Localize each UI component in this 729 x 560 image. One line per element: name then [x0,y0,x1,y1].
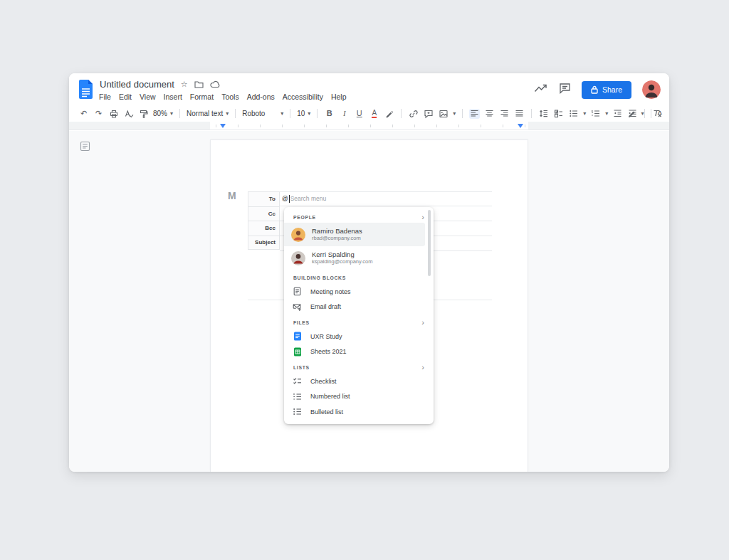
menu-item-sheets-2021[interactable]: Sheets 2021 [284,344,434,360]
caret-down-icon: ▾ [170,111,173,117]
undo-icon[interactable]: ↶ [78,109,89,119]
caret-down-icon[interactable]: ▾ [605,111,608,117]
paint-format-icon[interactable] [138,109,149,119]
align-left-button[interactable] [469,109,480,119]
field-label-bcc[interactable]: Bcc [248,221,280,236]
field-label-to[interactable]: To [248,191,280,206]
caret-down-icon: ▾ [226,111,229,117]
field-rule [280,191,492,192]
docs-file-icon [293,332,302,341]
ruler-page-area [210,122,528,130]
menu-view[interactable]: View [140,93,156,101]
comment-history-icon[interactable] [559,83,571,97]
field-label-cc[interactable]: Cc [248,206,280,221]
cloud-saved-icon [210,80,220,88]
sheets-file-icon [293,347,302,356]
chevron-right-icon[interactable]: › [421,213,424,221]
bulleted-list-icon [293,407,302,416]
section-building-blocks: BUILDING BLOCKS [284,270,434,284]
menu-addons[interactable]: Add-ons [247,93,275,101]
left-indent-marker[interactable] [220,124,226,128]
text-cursor [289,195,290,203]
font-size-select[interactable]: 10▾ [297,110,310,117]
star-icon[interactable]: ☆ [181,80,188,88]
to-field-input[interactable]: @ Search menu [282,194,326,204]
field-rule [280,206,492,206]
menu-item-meeting-notes[interactable]: Meeting notes [284,284,434,300]
document-canvas: M To Cc Bcc Subject @ Search menu [69,131,669,472]
zoom-select[interactable]: 80%▾ [153,110,173,117]
menu-item-bulleted-list[interactable]: Bulleted list [284,404,434,420]
at-mention-menu: PEOPLE › Ramiro Badenas rbad@company.com [284,207,434,424]
underline-button[interactable]: U [354,109,364,119]
add-comment-icon[interactable] [423,109,434,119]
print-icon[interactable] [108,109,119,119]
spellcheck-icon[interactable] [123,109,134,119]
email-draft-icon [293,302,302,312]
person-name: Kerri Spalding [312,250,372,258]
menu-item-uxr-study[interactable]: UXR Study [284,329,434,344]
app-header: Untitled document ☆ File Edit View Inser… [69,73,669,105]
checklist-toolbar-icon[interactable] [553,109,564,119]
paragraph-style-select[interactable]: Normal text▾ [187,110,229,117]
chevron-right-icon[interactable]: › [421,319,424,327]
insert-image-icon[interactable] [438,109,449,119]
format-toolbar: ↶ ↷ 80%▾ Normal text▾ Roboto▾ [69,105,669,122]
menu-format[interactable]: Format [190,93,214,101]
menu-item-person-ramiro[interactable]: Ramiro Badenas rbad@company.com [284,223,425,246]
caret-down-icon: ▾ [280,111,283,117]
redo-icon[interactable]: ↷ [93,109,104,119]
at-symbol: @ [282,195,288,202]
lock-icon [591,85,598,94]
menu-item-numbered-list[interactable]: Numbered list [284,389,434,405]
move-folder-icon[interactable] [194,80,204,88]
docs-app-icon[interactable] [78,79,94,102]
avatar [291,228,305,242]
italic-button[interactable]: I [339,109,350,119]
menu-item-checklist[interactable]: Checklist [284,374,434,389]
caret-down-icon[interactable]: ▾ [641,111,644,117]
menu-file[interactable]: File [99,93,111,101]
meeting-notes-icon [293,287,302,296]
caret-down-icon[interactable]: ▾ [453,111,456,117]
text-color-button[interactable]: A [369,109,379,119]
menu-help[interactable]: Help [331,93,347,101]
numbered-list-toolbar-icon[interactable] [590,109,601,119]
align-justify-button[interactable] [514,109,525,119]
highlight-color-icon[interactable] [384,109,394,119]
field-label-subject[interactable]: Subject [248,236,280,250]
align-center-button[interactable] [484,109,495,119]
menu-bar: File Edit View Insert Format Tools Add-o… [99,93,347,101]
right-indent-marker[interactable] [518,124,523,128]
horizontal-ruler[interactable] [69,122,669,130]
bold-button[interactable]: B [324,109,335,119]
document-title[interactable]: Untitled document [100,79,174,90]
chevron-right-icon[interactable]: › [421,364,424,371]
numbered-list-icon [293,392,302,401]
account-avatar[interactable] [642,80,661,99]
show-outline-icon[interactable] [80,141,90,154]
bulleted-list-toolbar-icon[interactable] [568,109,579,119]
menu-scrollbar[interactable] [428,210,431,276]
section-files: FILES › [284,315,434,329]
caret-down-icon[interactable]: ▾ [583,111,586,117]
font-select[interactable]: Roboto▾ [242,110,283,117]
document-activity-icon[interactable] [534,83,548,96]
hide-menus-icon[interactable]: ^ [658,110,662,118]
menu-insert[interactable]: Insert [164,93,182,101]
insert-link-icon[interactable] [408,109,419,119]
share-button[interactable]: Share [582,81,631,99]
avatar [291,251,305,265]
decrease-indent-icon[interactable] [612,109,623,119]
input-tools-icon[interactable] [666,109,669,119]
align-right-button[interactable] [499,109,510,119]
line-spacing-icon[interactable] [538,109,549,119]
document-page[interactable]: M To Cc Bcc Subject @ Search menu [210,139,528,472]
menu-item-person-kerri[interactable]: Kerri Spalding kspalding@company.com [284,246,425,270]
menu-tools[interactable]: Tools [221,93,239,101]
menu-edit[interactable]: Edit [119,93,132,101]
person-email: rbad@company.com [312,235,362,242]
menu-accessibility[interactable]: Accessibility [283,93,323,101]
menu-item-email-draft[interactable]: Email draft [284,300,434,315]
editing-mode-icon[interactable] [626,109,637,119]
